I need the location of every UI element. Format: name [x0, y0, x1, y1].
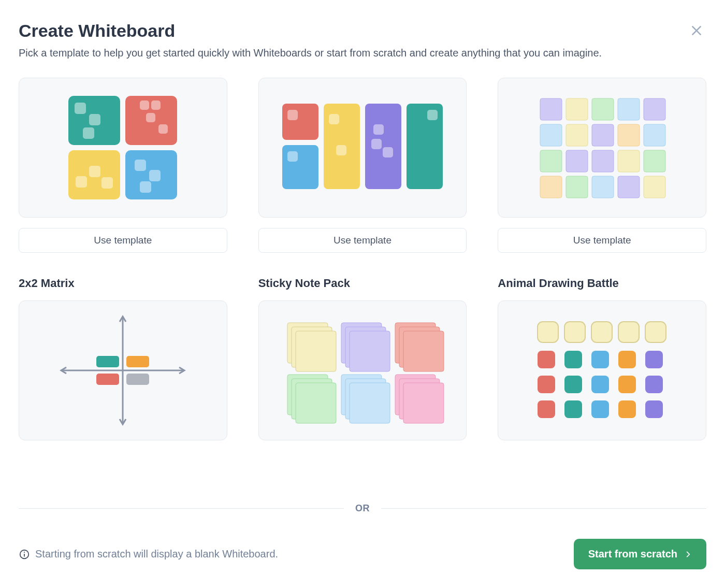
- use-template-button-0[interactable]: Use template: [19, 228, 227, 253]
- svg-rect-77: [618, 322, 639, 342]
- svg-rect-54: [96, 374, 119, 385]
- svg-rect-26: [373, 124, 384, 135]
- svg-rect-13: [102, 177, 113, 189]
- svg-rect-91: [591, 400, 609, 418]
- template-col-5: Animal Drawing Battle: [498, 264, 706, 440]
- template-card-color-grid[interactable]: [498, 78, 706, 218]
- template-col-2: Use template: [498, 78, 706, 253]
- svg-rect-90: [564, 400, 582, 418]
- svg-rect-24: [329, 114, 339, 124]
- svg-rect-39: [644, 124, 665, 146]
- close-icon: [690, 24, 703, 37]
- svg-rect-30: [540, 98, 562, 120]
- svg-rect-87: [618, 376, 636, 393]
- template-card-2x2-matrix[interactable]: [19, 300, 227, 440]
- use-template-button-2[interactable]: Use template: [498, 228, 706, 253]
- template-title-5: Animal Drawing Battle: [498, 277, 706, 290]
- svg-rect-46: [566, 176, 588, 198]
- create-whiteboard-modal: Create Whiteboard Pick a template to hel…: [0, 0, 725, 588]
- svg-rect-75: [564, 322, 585, 342]
- divider: OR: [19, 503, 706, 514]
- preview-sticky-note-pack: [277, 313, 448, 427]
- scratch-hint: Starting from scratch will display a bla…: [19, 548, 278, 560]
- svg-rect-74: [538, 322, 558, 342]
- svg-rect-4: [75, 103, 86, 114]
- svg-rect-14: [135, 160, 146, 171]
- svg-rect-6: [83, 127, 94, 139]
- svg-rect-85: [564, 376, 582, 393]
- svg-rect-40: [540, 150, 562, 172]
- svg-rect-16: [140, 181, 151, 193]
- svg-rect-55: [126, 374, 149, 385]
- template-col-0: Use template: [19, 78, 227, 253]
- template-card-getting-started[interactable]: [19, 78, 227, 218]
- svg-rect-23: [287, 151, 298, 162]
- preview-getting-started: [63, 93, 182, 202]
- template-card-animal-drawing-battle[interactable]: [498, 300, 706, 440]
- info-icon: [19, 549, 30, 560]
- preview-2x2-matrix: [53, 308, 193, 433]
- svg-rect-28: [383, 147, 393, 157]
- scratch-hint-text: Starting from scratch will display a bla…: [35, 548, 278, 560]
- svg-rect-11: [76, 176, 87, 188]
- divider-line-right: [381, 508, 706, 509]
- svg-point-96: [24, 551, 25, 552]
- svg-rect-31: [566, 98, 588, 120]
- svg-rect-81: [591, 351, 609, 368]
- svg-rect-17: [282, 104, 318, 140]
- svg-rect-76: [591, 322, 612, 342]
- svg-rect-79: [538, 351, 555, 368]
- svg-rect-82: [618, 351, 636, 368]
- preview-kanban: [277, 98, 448, 197]
- divider-text: OR: [344, 503, 381, 514]
- svg-rect-29: [427, 110, 438, 120]
- svg-rect-83: [645, 351, 663, 368]
- svg-rect-58: [296, 331, 336, 371]
- svg-rect-34: [644, 98, 665, 120]
- svg-rect-93: [645, 400, 663, 418]
- template-col-4: Sticky Note Pack: [258, 264, 467, 440]
- svg-rect-27: [371, 139, 382, 149]
- svg-rect-52: [96, 356, 119, 367]
- use-template-button-1[interactable]: Use template: [258, 228, 467, 253]
- header: Create Whiteboard Pick a template to hel…: [19, 21, 706, 78]
- svg-rect-22: [287, 110, 298, 120]
- svg-rect-67: [296, 383, 336, 423]
- svg-rect-64: [403, 331, 444, 371]
- svg-rect-9: [146, 113, 155, 122]
- svg-rect-70: [350, 383, 390, 423]
- close-button[interactable]: [690, 24, 703, 37]
- svg-rect-80: [564, 351, 582, 368]
- preview-color-grid: [538, 96, 667, 199]
- svg-rect-48: [618, 176, 640, 198]
- divider-line-left: [19, 508, 344, 509]
- svg-rect-36: [566, 124, 588, 146]
- svg-rect-89: [538, 400, 555, 418]
- template-title-4: Sticky Note Pack: [258, 277, 467, 290]
- template-card-sticky-note-pack[interactable]: [258, 300, 467, 440]
- svg-rect-38: [618, 124, 640, 146]
- svg-rect-12: [89, 166, 100, 177]
- svg-rect-15: [149, 170, 161, 181]
- template-card-kanban[interactable]: [258, 78, 467, 218]
- footer: Starting from scratch will display a bla…: [19, 539, 706, 569]
- svg-rect-37: [592, 124, 614, 146]
- svg-rect-35: [540, 124, 562, 146]
- start-from-scratch-button[interactable]: Start from scratch: [574, 539, 706, 569]
- svg-rect-49: [644, 176, 665, 198]
- template-col-3: 2x2 Matrix: [19, 264, 227, 440]
- template-grid: Use template: [19, 78, 706, 440]
- svg-rect-53: [126, 356, 149, 367]
- svg-rect-88: [645, 376, 663, 393]
- svg-rect-43: [618, 150, 640, 172]
- svg-rect-8: [151, 101, 161, 110]
- modal-title: Create Whiteboard: [19, 21, 706, 41]
- modal-subtitle: Pick a template to help you get started …: [19, 47, 706, 59]
- preview-animal-drawing-battle: [532, 319, 672, 422]
- svg-rect-47: [592, 176, 614, 198]
- svg-rect-78: [645, 322, 666, 342]
- svg-rect-42: [592, 150, 614, 172]
- svg-rect-73: [403, 383, 444, 423]
- svg-rect-86: [591, 376, 609, 393]
- svg-rect-25: [336, 145, 346, 155]
